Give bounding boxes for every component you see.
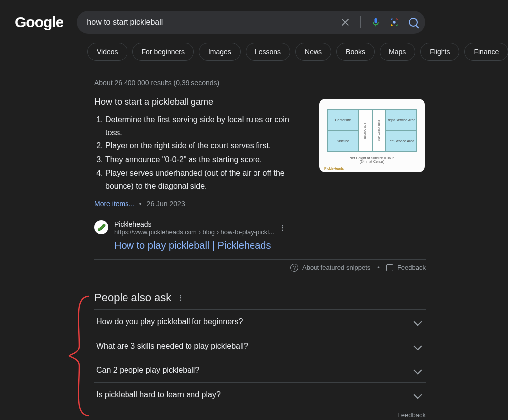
- court-label: Left Service Area: [386, 131, 416, 152]
- court-label: Non-Volley Line: [372, 109, 386, 152]
- chip-videos[interactable]: Videos: [87, 43, 127, 61]
- header-bar: Google: [0, 0, 508, 34]
- people-also-ask: People also ask ⋮ How do you play pickle…: [94, 291, 426, 419]
- red-brace-annotation: [64, 291, 94, 420]
- court-label: Sideline: [328, 131, 358, 152]
- snippet-date: 26 Jun 2023: [147, 200, 185, 208]
- search-icons: [340, 16, 418, 28]
- paa-question[interactable]: What are 3 skills needed to play pickleb…: [94, 334, 426, 358]
- search-input[interactable]: [87, 18, 335, 27]
- more-items-link[interactable]: More items...: [94, 200, 134, 208]
- snippet-steps: Determine the first serving side by loca…: [94, 113, 308, 193]
- search-divider: [360, 16, 361, 28]
- snippet-footer: ? About featured snippets • Feedback: [94, 259, 426, 272]
- feedback-link[interactable]: Feedback: [397, 264, 426, 271]
- court-net-label: Net Height at Sideline = 36 in: [319, 156, 425, 160]
- clear-icon[interactable]: [340, 17, 350, 27]
- svg-point-0: [393, 21, 396, 23]
- about-snippets-link[interactable]: About featured snippets: [302, 264, 370, 271]
- chip-books[interactable]: Books: [336, 43, 375, 61]
- source-name: Pickleheads: [114, 220, 274, 228]
- chip-news[interactable]: News: [295, 43, 331, 61]
- court-net-label2: (34 in at Center): [319, 160, 425, 163]
- featured-snippet: How to start a pickleball game Determine…: [94, 97, 433, 208]
- paa-question[interactable]: Can 2 people play pickleball?: [94, 358, 426, 382]
- chip-maps[interactable]: Maps: [380, 43, 415, 61]
- chip-finance[interactable]: Finance: [464, 43, 508, 61]
- dot-separator: •: [377, 264, 380, 271]
- result-title-link[interactable]: How to play pickleball | Pickleheads: [114, 240, 287, 251]
- result-source: 🥒 Pickleheads https://www.pickleheads.co…: [94, 220, 433, 251]
- source-url: https://www.pickleheads.com › blog › how…: [114, 228, 274, 236]
- snippet-title: How to start a pickleball game: [94, 97, 308, 107]
- lens-icon[interactable]: [389, 17, 399, 27]
- chip-lessons[interactable]: Lessons: [246, 43, 290, 61]
- source-favicon[interactable]: 🥒: [94, 220, 108, 234]
- chip-flights[interactable]: Flights: [420, 43, 459, 61]
- court-label: Right Service Area: [386, 109, 416, 131]
- chip-for-beginners[interactable]: For beginners: [132, 43, 194, 61]
- source-menu-icon[interactable]: ⋮: [279, 224, 287, 232]
- paa-question-text: How do you play pickleball for beginners…: [96, 317, 243, 326]
- paa-menu-icon[interactable]: ⋮: [177, 294, 185, 302]
- result-stats: About 26 400 000 results (0,39 seconds): [94, 79, 433, 87]
- mic-icon[interactable]: [371, 17, 381, 27]
- paa-question-text: Can 2 people play pickleball?: [96, 366, 199, 375]
- search-bar[interactable]: [77, 11, 425, 34]
- paa-feedback-link[interactable]: Feedback: [94, 411, 426, 419]
- court-label: The Kitchen: [358, 109, 372, 152]
- snippet-step: They announce "0-0-2" as the starting sc…: [105, 153, 308, 166]
- snippet-image[interactable]: Centerline Sideline The Kitchen Non-Voll…: [319, 99, 425, 172]
- chevron-down-icon: [414, 342, 422, 350]
- help-icon[interactable]: ?: [290, 264, 298, 272]
- paa-question[interactable]: Is pickleball hard to learn and play?: [94, 382, 426, 407]
- paa-title: People also ask: [94, 291, 171, 304]
- chevron-down-icon: [414, 317, 422, 326]
- paa-question[interactable]: How do you play pickleball for beginners…: [94, 309, 426, 334]
- filter-chips: Videos For beginners Images Lessons News…: [0, 34, 508, 70]
- snippet-step: Determine the first serving side by loca…: [105, 113, 308, 139]
- chevron-down-icon: [414, 390, 422, 399]
- court-label: Centerline: [328, 109, 358, 131]
- paa-question-text: Is pickleball hard to learn and play?: [96, 390, 221, 399]
- search-icon[interactable]: [408, 17, 418, 27]
- court-brand: PickleHeads: [324, 167, 344, 170]
- google-logo[interactable]: Google: [15, 14, 63, 31]
- feedback-icon[interactable]: [386, 264, 393, 271]
- chip-images[interactable]: Images: [199, 43, 241, 61]
- snippet-step: Player serves underhanded (out of the ai…: [105, 167, 308, 192]
- results-column: About 26 400 000 results (0,39 seconds) …: [0, 70, 433, 419]
- snippet-step: Player on the right side of the court se…: [105, 140, 308, 152]
- chevron-down-icon: [414, 366, 422, 374]
- paa-question-text: What are 3 skills needed to play pickleb…: [96, 342, 248, 350]
- dot-separator: •: [139, 200, 142, 208]
